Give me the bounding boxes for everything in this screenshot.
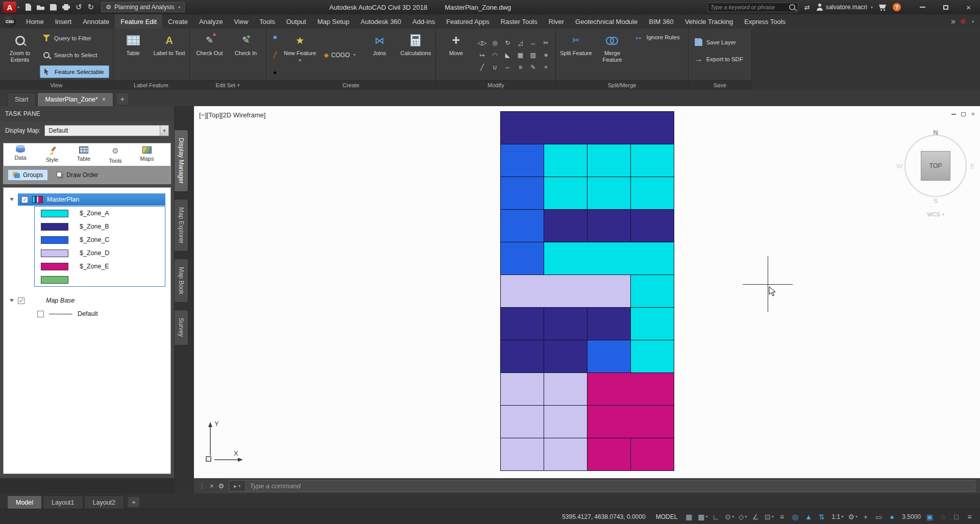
viewport-restore-icon[interactable] <box>961 112 966 116</box>
command-input-area[interactable]: ▸▾ <box>229 480 975 492</box>
zone-parcel[interactable] <box>544 340 587 373</box>
new-feature-button[interactable]: New Feature <box>284 31 316 79</box>
zone-parcel[interactable] <box>544 438 587 471</box>
zone-parcel[interactable] <box>587 177 631 210</box>
sign-in-button[interactable]: salvatore.macri ▾ <box>816 4 873 11</box>
file-tab-drawing[interactable]: MasterPlan_Zone* × <box>37 92 113 106</box>
zone-parcel[interactable] <box>501 177 544 210</box>
palette-tab[interactable]: Map Explorer <box>175 199 188 252</box>
zone-parcel[interactable] <box>587 438 631 471</box>
zone-parcel[interactable] <box>587 373 674 406</box>
layer-row[interactable]: $_Zone_E <box>35 260 165 273</box>
chevron-down-icon[interactable]: ▾ <box>160 126 168 136</box>
exchange-icon[interactable] <box>804 4 810 11</box>
layer-row[interactable] <box>35 273 165 286</box>
zone-parcel[interactable] <box>544 177 587 210</box>
ribbon-tab[interactable]: Autodesk 360 <box>355 14 407 29</box>
layer-color-swatch[interactable] <box>41 223 68 231</box>
ortho-icon[interactable]: ∟ <box>712 511 721 522</box>
layer-color-swatch[interactable] <box>41 210 68 217</box>
viewport-close-icon[interactable]: × <box>971 110 975 118</box>
ribbon-tab[interactable]: Add-ins <box>407 14 440 29</box>
ribbon-tab[interactable]: Insert <box>50 14 78 29</box>
move-button[interactable]: Move <box>439 31 472 79</box>
ribbon-options-caret-icon[interactable]: ▾ <box>972 19 974 24</box>
open-file-icon[interactable] <box>37 5 44 10</box>
calculations-button[interactable]: Calculations <box>399 31 432 79</box>
layer-row[interactable]: $_Zone_B <box>35 220 165 233</box>
zone-parcel[interactable] <box>501 144 544 177</box>
rotate-icon[interactable]: ↻ <box>501 37 513 48</box>
viewcube[interactable]: N S W E TOP WCS <box>897 128 974 224</box>
wrench-icon[interactable] <box>218 482 225 490</box>
selection-cycling-icon[interactable]: ◎ <box>791 511 801 522</box>
palette-tab[interactable]: Survey <box>175 310 188 345</box>
search-icon[interactable] <box>789 4 795 10</box>
layout-tab-layout1[interactable]: Layout1 <box>43 495 83 509</box>
layer-color-swatch[interactable] <box>41 236 68 244</box>
zone-parcel[interactable] <box>544 406 587 438</box>
customization-icon[interactable]: ≡ <box>965 511 975 522</box>
fillet-icon[interactable]: ◠ <box>488 49 501 61</box>
task-pane-tool-button[interactable]: Style <box>36 146 68 164</box>
model-space-button[interactable]: MODEL <box>653 512 680 521</box>
erase-icon[interactable]: ▨ <box>527 49 539 61</box>
model-space-canvas[interactable]: [−][Top][2D Wireframe] × <box>194 106 980 478</box>
ribbon-tab[interactable]: Raster Tools <box>495 14 543 29</box>
offset-icon[interactable]: ◎ <box>488 37 501 48</box>
line-tool-icon[interactable]: ╱ <box>270 50 280 60</box>
trim-icon[interactable]: ✂ <box>540 37 552 48</box>
ribbon-tab[interactable]: Feature Edit <box>115 14 162 29</box>
viewcube-north[interactable]: N <box>933 129 938 136</box>
isometric-drafting-icon[interactable]: ◇▾ <box>738 511 748 522</box>
drag-handle-icon[interactable] <box>199 482 205 490</box>
check-in-button[interactable]: Check In <box>230 31 262 79</box>
map-base-checkbox[interactable] <box>18 297 24 304</box>
layer-row[interactable]: $_Zone_D <box>35 246 165 260</box>
ribbon-tab[interactable]: BIM 360 <box>643 14 679 29</box>
zone-parcel[interactable] <box>501 373 544 406</box>
layer-row[interactable]: $_Zone_A <box>35 207 165 220</box>
zoom-to-extents-button[interactable]: Zoom to Extents <box>4 31 36 79</box>
layer-color-swatch[interactable] <box>41 249 68 257</box>
zone-parcel[interactable] <box>501 242 544 275</box>
layer-row[interactable]: $_Zone_C <box>35 233 165 246</box>
zone-parcel[interactable] <box>544 373 587 406</box>
undo-icon[interactable] <box>76 3 82 12</box>
clean-screen-icon[interactable]: □ <box>952 511 962 522</box>
ribbon-tab[interactable]: Featured Apps <box>440 14 495 29</box>
zone-parcel[interactable] <box>501 340 544 373</box>
ribbon-tab[interactable]: Home <box>20 14 50 29</box>
ribbon-panel-title-split-merge[interactable]: Split/Merge <box>556 80 688 90</box>
collapse-icon[interactable] <box>10 299 14 302</box>
overflow-chevron-icon[interactable]: » <box>951 17 955 26</box>
merge-feature-button[interactable]: Merge Feature <box>596 31 628 79</box>
ribbon-tab[interactable]: Analyze <box>193 14 228 29</box>
split-feature-button[interactable]: Split Feature <box>559 31 592 79</box>
layout-tab-layout2[interactable]: Layout2 <box>84 495 124 509</box>
selected-group[interactable]: MasterPlan <box>18 193 165 206</box>
task-pane-tool-button[interactable]: Tools <box>100 146 131 164</box>
polar-tracking-icon[interactable]: ⊙▾ <box>725 511 734 522</box>
new-layout-button[interactable]: + <box>128 497 139 507</box>
minimize-button[interactable] <box>911 0 934 14</box>
point-tool-icon[interactable]: ● <box>270 67 280 78</box>
layer-color-swatch[interactable] <box>41 263 68 270</box>
ribbon-panel-title-save[interactable]: Save <box>689 80 751 90</box>
display-map-select[interactable]: Default ▾ <box>44 125 169 136</box>
civil3d-app-icon[interactable]: C3D <box>3 16 16 27</box>
joins-button[interactable]: Joins <box>363 31 396 79</box>
table-button[interactable]: Table <box>117 31 150 79</box>
cart-icon[interactable] <box>879 4 887 11</box>
ribbon-panel-title-view[interactable]: View <box>0 80 113 90</box>
mirror-icon[interactable]: ◁▷ <box>476 37 488 48</box>
task-pane-tool-button[interactable]: Table <box>68 146 100 164</box>
ribbon-tab[interactable]: Map Setup <box>312 14 355 29</box>
new-file-icon[interactable] <box>26 4 31 11</box>
zone-parcel[interactable] <box>501 275 631 308</box>
zone-parcel[interactable] <box>587 406 674 438</box>
zone-parcel[interactable] <box>544 144 587 177</box>
record-icon[interactable] <box>961 19 966 24</box>
zone-parcel[interactable] <box>501 308 544 340</box>
zone-parcel[interactable] <box>544 210 587 242</box>
